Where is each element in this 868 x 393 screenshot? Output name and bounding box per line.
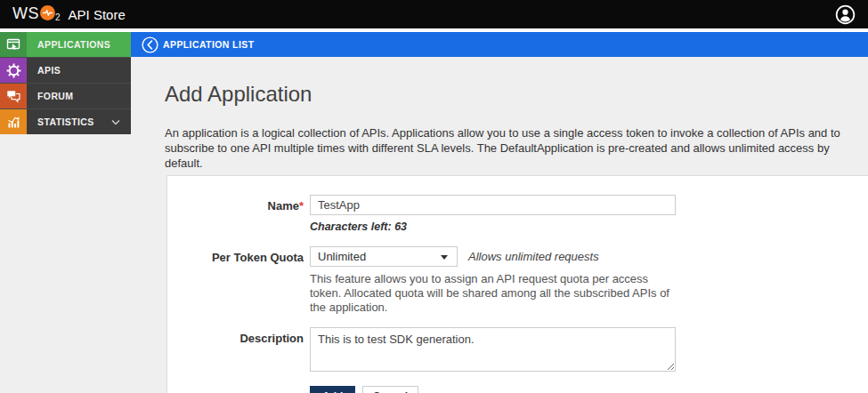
sidebar-item-forum[interactable]: FORUM — [0, 83, 131, 108]
logo-subscript: 2 — [55, 12, 61, 22]
top-bar: WS 2 API Store — [0, 0, 868, 28]
quota-help-text: This feature allows you to assign an API… — [310, 272, 673, 315]
quota-field-cell: Unlimited Allows unlimited requests This… — [310, 246, 868, 315]
intro-text: An application is a logical collection o… — [165, 125, 861, 171]
sidebar-item-label: APIS — [27, 58, 131, 83]
back-to-application-list-button[interactable]: APPLICATION LIST — [142, 36, 254, 53]
characters-left-counter: Characters left: 63 — [310, 221, 868, 233]
applications-window-icon — [0, 32, 27, 57]
sidebar-item-label: STATISTICS — [27, 109, 111, 134]
cancel-button[interactable]: Cancel — [362, 386, 418, 393]
sidebar-item-label: APPLICATIONS — [27, 32, 131, 57]
description-field-cell: This is to test SDK generation. — [310, 327, 868, 375]
logo-ws-text: WS — [12, 4, 39, 23]
chevron-down-icon — [111, 109, 131, 134]
per-token-quota-select[interactable]: Unlimited — [310, 246, 458, 267]
add-application-form-panel: Name* Characters left: 63 Per Token Quot… — [166, 175, 868, 393]
form-buttons-row: Add Cancel — [167, 386, 868, 393]
description-label: Description — [167, 327, 304, 375]
product-title: API Store — [69, 4, 126, 25]
bar-chart-icon — [0, 109, 27, 134]
sidebar: APPLICATIONS APIS FORUM — [0, 32, 131, 134]
application-name-input[interactable] — [310, 195, 676, 215]
logo-pulse-icon — [40, 5, 55, 20]
add-button[interactable]: Add — [310, 386, 355, 393]
page-title: Add Application — [165, 82, 312, 107]
wso2-logo: WS 2 API Store — [12, 4, 126, 25]
buttons-cell: Add Cancel — [310, 386, 868, 393]
sidebar-item-statistics[interactable]: STATISTICS — [0, 108, 131, 134]
sidebar-item-label: FORUM — [27, 84, 131, 108]
selected-quota-value: Unlimited — [318, 250, 366, 263]
sidebar-item-apis[interactable]: APIS — [0, 57, 131, 83]
quota-field-row: Per Token Quota Unlimited Allows unlimit… — [167, 246, 868, 315]
name-label: Name* — [167, 195, 304, 233]
per-token-quota-label: Per Token Quota — [167, 246, 304, 315]
quota-note: Allows unlimited requests — [468, 250, 599, 263]
caret-down-icon — [441, 255, 448, 260]
chevron-left-circle-icon — [142, 36, 158, 53]
gear-icon — [0, 58, 27, 83]
description-field-row: Description This is to test SDK generati… — [167, 327, 868, 375]
sidebar-item-applications[interactable]: APPLICATIONS — [0, 32, 131, 57]
name-field-cell: Characters left: 63 — [310, 195, 868, 233]
description-textarea[interactable]: This is to test SDK generation. — [310, 327, 676, 372]
main-content: Add Application An application is a logi… — [131, 57, 868, 393]
name-field-row: Name* Characters left: 63 — [167, 195, 868, 233]
back-button-label: APPLICATION LIST — [163, 39, 254, 50]
required-asterisk: * — [299, 199, 304, 213]
chat-bubbles-icon — [0, 84, 27, 108]
breadcrumb-bar: APPLICATION LIST — [131, 32, 868, 57]
user-account-icon[interactable] — [834, 4, 856, 25]
